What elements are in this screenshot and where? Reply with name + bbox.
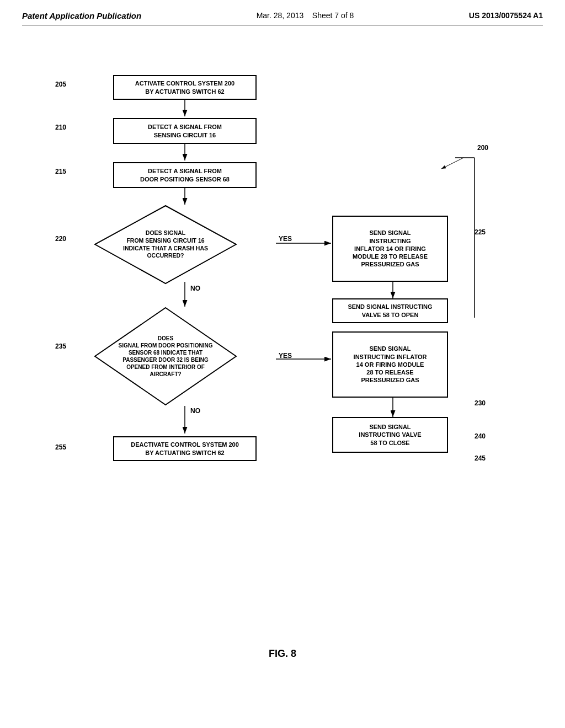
ref-240-label: 240 (475, 432, 486, 440)
page-header: Patent Application Publication Mar. 28, … (22, 11, 543, 25)
ref-220-label: 220 (55, 235, 66, 243)
yes-235-label: YES (279, 352, 292, 360)
ref-255-label: 255 (55, 443, 66, 451)
diamond-235: DOESSIGNAL FROM DOOR POSITIONINGSENSOR 6… (94, 307, 237, 406)
diamond-220: DOES SIGNALFROM SENSING CIRCUIT 16INDICA… (94, 205, 237, 285)
ref-230-label: 230 (475, 399, 486, 407)
ref-235-label: 235 (55, 342, 66, 350)
box-225-top: SEND SIGNALINSTRUCTINGINFLATOR 14 OR FIR… (332, 216, 448, 282)
ref-225-label: 225 (475, 228, 486, 236)
diagram-area: 200 205 ACTIVATE CONTROL SYSTEM 200BY AC… (22, 36, 543, 671)
date-sheet-label: Mar. 28, 2013 Sheet 7 of 8 (257, 11, 354, 20)
svg-line-12 (441, 158, 463, 169)
box-240: SEND SIGNALINSTRUCTING VALVE58 TO CLOSE (332, 417, 448, 453)
publication-label: Patent Application Publication (22, 11, 141, 20)
ref-205-label: 205 (55, 81, 66, 88)
box-210: DETECT A SIGNAL FROMSENSING CIRCUIT 16 (113, 118, 257, 144)
box-205: ACTIVATE CONTROL SYSTEM 200BY ACTUATING … (113, 75, 257, 100)
patent-number-label: US 2013/0075524 A1 (469, 11, 543, 20)
no-235-label: NO (190, 407, 200, 415)
figure-label: FIG. 8 (22, 648, 543, 660)
page: Patent Application Publication Mar. 28, … (0, 0, 565, 728)
yes-220-label: YES (279, 235, 292, 243)
ref-245-label: 245 (475, 454, 486, 462)
ref-210-label: 210 (55, 124, 66, 131)
box-255: DEACTIVATE CONTROL SYSTEM 200BY ACTUATIN… (113, 436, 257, 461)
box-215: DETECT A SIGNAL FROMDOOR POSITIONG SENSO… (113, 162, 257, 188)
ref-200-label: 200 (477, 144, 488, 152)
box-230-top: SEND SIGNALINSTRUCTING INFLATOR14 OR FIR… (332, 331, 448, 398)
box-225-bot: SEND SIGNAL INSTRUCTINGVALVE 58 TO OPEN (332, 298, 448, 323)
ref-215-label: 215 (55, 168, 66, 175)
no-220-label: NO (190, 285, 200, 292)
